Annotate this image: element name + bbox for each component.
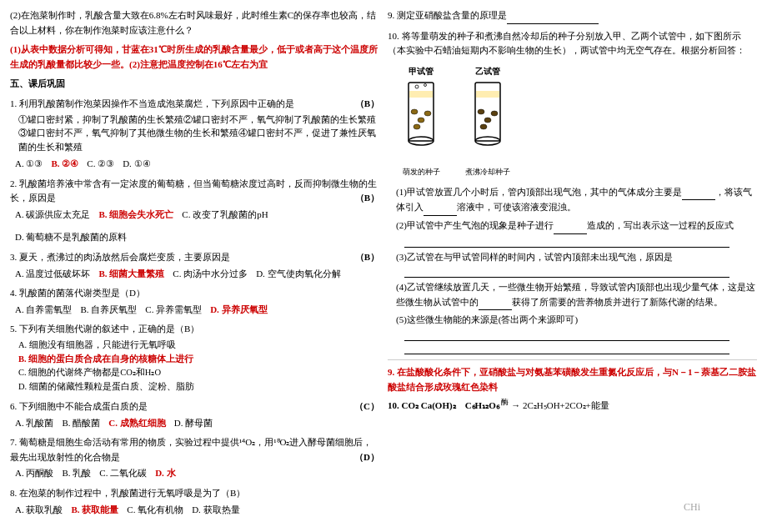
- tube-jia-svg: [396, 78, 446, 162]
- bottom-reaction-right: → 2C₂H₅OH+2CO₂+能量: [511, 400, 609, 410]
- blank-s5-2: [404, 343, 729, 354]
- q5-block: 5. 下列有关细胞代谢的叙述中，正确的是（B） A. 细胞没有细胞器，只能进行无…: [10, 322, 379, 394]
- blank-s1-1: [682, 185, 715, 201]
- q4-options: A. 自养需氧型 B. 自养厌氧型 C. 异养需氧型 D. 异养厌氧型: [15, 303, 379, 318]
- q7-options: A. 丙酮酸 B. 乳酸 C. 二氧化碳 D. 水: [15, 466, 379, 481]
- q1-opt-b: B. ②④: [51, 157, 78, 172]
- bottom-q10-formula: C₆H₁₂O₆: [465, 400, 499, 410]
- answer-highlight-text: (1)从表中数据分析可得知，甘蓝在31℃时所生成的乳酸含量最少，低于或者高于这个…: [10, 43, 379, 72]
- tube-yi-svg: [463, 78, 513, 162]
- blank-s2-1: [554, 218, 587, 234]
- bottom-q10-label: 10. CO₂ Ca(OH)₂: [388, 400, 456, 410]
- q5-opt-d: D. 细菌的储藏性颗粒是蛋白质、淀粉、脂肪: [18, 380, 379, 394]
- blank-s1-2: [424, 200, 457, 216]
- q4-opt-a: A. 自养需氧型: [15, 303, 72, 318]
- divider: [388, 359, 757, 360]
- q9-blank: [507, 8, 599, 24]
- q5-opt-b: B. 细胞的蛋白质合成在自身的核糖体上进行: [18, 353, 379, 367]
- svg-point-12: [484, 118, 491, 123]
- answer-highlight-block: (1)从表中数据分析可得知，甘蓝在31℃时所生成的乳酸含量最少，低于或者高于这个…: [10, 43, 379, 72]
- q1-opt-c: C. ②③: [87, 157, 114, 172]
- watermark: CHi: [684, 499, 700, 515]
- bottom-q10-text: 10. CO₂ Ca(OH)₂ C₆H₁₂O₆ 酶 → 2C₂H₅OH+2CO₂…: [388, 396, 757, 413]
- bottom-arrow: 酶: [501, 398, 509, 406]
- q8-opt-d: D. 获取热量: [192, 503, 239, 518]
- svg-point-2: [411, 109, 418, 114]
- q3-opt-d: D. 空气使肉氧化分解: [256, 267, 340, 282]
- q7-block: 7. 葡萄糖是细胞生命活动有常用的物质，实验过程中提供¹⁴O₂，用¹⁸O₂进入酵…: [10, 435, 379, 481]
- q10-sub2: (2)甲试管中产生气泡的现象是种子进行 造成的，写出表示这一过程的反应式: [396, 218, 757, 248]
- q10-sub5-text: (5)这些微生物能的来源是(答出两个来源即可): [396, 313, 757, 328]
- q8-text: 8. 在泡菜的制作过程中，乳酸菌进行无氧呼吸是为了（B）: [10, 486, 379, 501]
- intro-q2-block: (2)在泡菜制作时，乳酸含量大致在6.8%左右时风味最好，此时维生素C的保存率也…: [10, 8, 379, 38]
- q10-sub1: (1)甲试管放置几个小时后，管内顶部出现气泡，其中的气体成分主要是 ，将该气体引…: [396, 185, 757, 216]
- q7-opt-c: C. 二氧化碳: [99, 466, 147, 481]
- q4-opt-c: C. 异养需氧型: [145, 303, 202, 318]
- svg-rect-6: [409, 91, 433, 98]
- tube-jia-label: 甲试管: [396, 65, 446, 78]
- svg-point-7: [415, 85, 419, 88]
- blank-s2-2: [404, 236, 729, 248]
- svg-point-13: [491, 111, 498, 116]
- q3-options: A. 温度过低破坏坏 B. 细菌大量繁殖 C. 肉汤中水分过多 D. 空气使肉氧…: [15, 267, 379, 282]
- q5-opt-a: A. 细胞没有细胞器，只能进行无氧呼吸: [18, 339, 379, 353]
- q9-right-text: 9. 测定亚硝酸盐含量的原理是: [388, 8, 757, 24]
- svg-point-4: [424, 111, 431, 116]
- svg-point-14: [480, 124, 487, 129]
- q1-opt-a: A. ①③: [15, 157, 43, 172]
- q10-right-block: 10. 将等量萌发的种子和煮沸自然冷却后的种子分别放入甲、乙两个试管中，如下图所…: [388, 29, 757, 354]
- blank-s3: [404, 266, 729, 278]
- q6-answer: （C）: [354, 399, 379, 414]
- q10-sub3: (3)乙试管在与甲试管同样的时间内，试管内顶部未出现气泡，原因是: [396, 250, 757, 279]
- q3-answer: （B）: [355, 250, 379, 265]
- q2-options: A. 碳源供应太充足 B. 细胞会失水死亡 C. 改变了乳酸菌的pH D. 葡萄…: [15, 208, 379, 245]
- q7-opt-b: B. 乳酸: [62, 466, 91, 481]
- bottom-q9-text: 9. 在盐酸酸化条件下，亚硝酸盐与对氨基苯磺酸发生重氮化反应后，与N－1－萘基乙…: [388, 365, 757, 394]
- q5-opt-c: C. 细胞的代谢终产物都是CO₂和H₂O: [18, 366, 379, 380]
- q8-opt-c: C. 氧化有机物: [127, 503, 183, 518]
- diagram-container: 甲试管: [388, 62, 757, 182]
- q1-answer: （B）: [355, 97, 379, 112]
- q6-opt-d: D. 酵母菌: [174, 416, 213, 431]
- q2-text: 2. 乳酸菌培养液中常含有一定浓度的葡萄糖，但当葡萄糖浓度过高时，反而抑制微生物…: [10, 177, 379, 206]
- q6-text: 6. 下列细胞中不能合成蛋白质的是 （C）: [10, 399, 379, 414]
- q6-opt-c: C. 成熟红细胞: [108, 416, 165, 431]
- q1-options: A. ①③ B. ②④ C. ②③ D. ①④: [15, 157, 379, 172]
- section5-block: 五、课后巩固: [10, 77, 379, 92]
- q1-opt-d: D. ①④: [123, 157, 150, 172]
- q10-sub4-text: (4)乙试管继续放置几天，一些微生物开始繁殖，导致试管内顶部也出现少量气体，这是…: [396, 280, 757, 310]
- q1-label: 1. 利用乳酸菌制作泡菜因操作不当造成泡菜腐烂，下列原因中正确的是: [10, 98, 294, 108]
- q2-block: 2. 乳酸菌培养液中常含有一定浓度的葡萄糖，但当葡萄糖浓度过高时，反而抑制微生物…: [10, 177, 379, 245]
- q1-text: 1. 利用乳酸菌制作泡菜因操作不当造成泡菜腐烂，下列原因中正确的是 （B）: [10, 97, 379, 112]
- q10-sub2-text: (2)甲试管中产生气泡的现象是种子进行 造成的，写出表示这一过程的反应式: [396, 218, 757, 234]
- page-container: (2)在泡菜制作时，乳酸含量大致在6.8%左右时风味最好，此时维生素C的保存率也…: [0, 0, 767, 532]
- svg-rect-15: [476, 91, 499, 98]
- q9-right-block: 9. 测定亚硝酸盐含量的原理是: [388, 8, 757, 24]
- q4-opt-b: B. 自养厌氧型: [80, 303, 137, 318]
- q10-sub1-text: (1)甲试管放置几个小时后，管内顶部出现气泡，其中的气体成分主要是 ，将该气体引…: [396, 185, 757, 216]
- blank-s4: [479, 295, 512, 311]
- q5-text: 5. 下列有关细胞代谢的叙述中，正确的是（B）: [10, 322, 379, 337]
- q2-answer: （B）: [355, 191, 379, 206]
- q2-opt-c: C. 改变了乳酸菌的pH: [182, 208, 268, 223]
- q2-opt-d: D. 葡萄糖不是乳酸菌的原料: [15, 230, 127, 245]
- q4-block: 4. 乳酸菌的菌落代谢类型是（D） A. 自养需氧型 B. 自养厌氧型 C. 异…: [10, 286, 379, 317]
- q1-detail: ①罐口密封紧，抑制了乳酸菌的生长繁殖②罐口密封不严，氧气抑制了乳酸菌的生长繁殖③…: [18, 113, 379, 155]
- q4-text: 4. 乳酸菌的菌落代谢类型是（D）: [10, 286, 379, 301]
- q8-opt-a: A. 获取乳酸: [15, 503, 63, 518]
- q7-answer: （D）: [354, 450, 379, 465]
- q6-options: A. 乳酸菌 B. 醋酸菌 C. 成熟红细胞 D. 酵母菌: [15, 416, 379, 431]
- q7-opt-d: D. 水: [155, 466, 175, 481]
- q6-opt-b: B. 醋酸菌: [62, 416, 100, 431]
- q7-opt-a: A. 丙酮酸: [15, 466, 53, 481]
- q4-opt-d: D. 异养厌氧型: [210, 303, 267, 318]
- q6-opt-a: A. 乳酸菌: [15, 416, 53, 431]
- section5-title: 五、课后巩固: [10, 77, 379, 92]
- q1-block: 1. 利用乳酸菌制作泡菜因操作不当造成泡菜腐烂，下列原因中正确的是 （B） ①罐…: [10, 97, 379, 172]
- tube-yi-desc: 煮沸冷却种子: [463, 166, 513, 178]
- tube-yi: 乙试管 煮沸冷却种子: [463, 65, 513, 178]
- q3-text: 3. 夏天，煮沸过的肉汤放然后会腐烂变质，主要原因是 （B）: [10, 250, 379, 265]
- q8-options: A. 获取乳酸 B. 获取能量 C. 氧化有机物 D. 获取热量: [15, 503, 379, 518]
- bottom-section: 9. 在盐酸酸化条件下，亚硝酸盐与对氨基苯磺酸发生重氮化反应后，与N－1－萘基乙…: [388, 365, 757, 413]
- q3-block: 3. 夏天，煮沸过的肉汤放然后会腐烂变质，主要原因是 （B） A. 温度过低破坏…: [10, 250, 379, 281]
